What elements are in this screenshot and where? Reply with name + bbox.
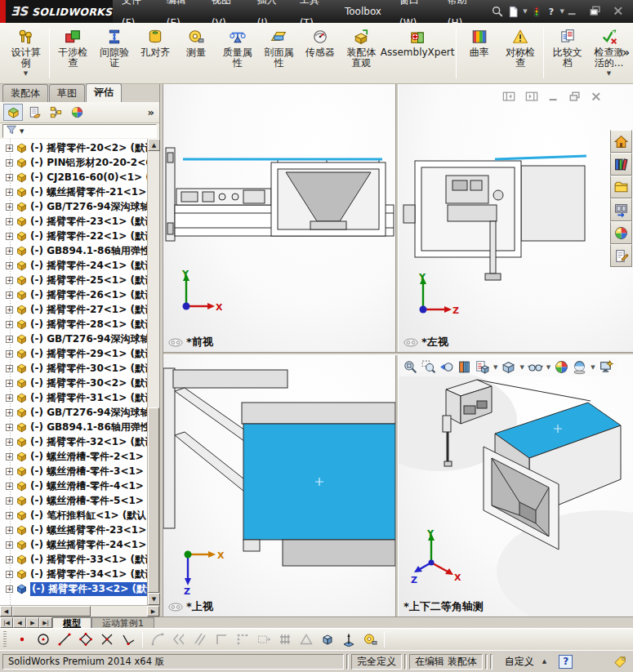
expand-icon[interactable]: +: [6, 483, 13, 490]
expand-icon[interactable]: +: [6, 247, 13, 255]
tab-草图[interactable]: 草图: [49, 84, 85, 102]
toolbar-button-assembly-visualization[interactable]: 装配体直观: [341, 24, 382, 82]
tree-vertical-scrollbar[interactable]: ▲ ▼: [147, 139, 159, 605]
tab-运动算例1[interactable]: 运动算例1: [91, 617, 154, 628]
dropdown-arrow-icon[interactable]: ▼: [493, 364, 497, 371]
task-pane-design-library[interactable]: [610, 153, 632, 176]
expand-icon[interactable]: +: [6, 585, 13, 593]
status-custom-units[interactable]: 自定义 ▲: [495, 655, 556, 669]
tree-item[interactable]: +(-) GB/T276-94深沟球轴: [3, 405, 147, 420]
apply-scene-icon[interactable]: [572, 359, 587, 375]
tree-item[interactable]: +(-) 摇臂零件-32<1> (默认: [3, 434, 147, 449]
expand-icon[interactable]: +: [6, 556, 13, 563]
expand-icon[interactable]: +: [6, 218, 13, 225]
expand-icon[interactable]: +: [6, 321, 13, 328]
sketch-angle-icon[interactable]: [119, 631, 136, 648]
view-settings-icon[interactable]: [599, 359, 614, 375]
expand-icon[interactable]: +: [6, 233, 13, 240]
tree-item[interactable]: +(-) 螺丝滑槽-零件-3<1>: [3, 464, 147, 478]
viewport-isometric[interactable]: Y X Z *上下二等角轴测 ▼▼▼▼: [399, 355, 633, 616]
tree-item[interactable]: +(-) 摇臂零件-26<1> (默认: [3, 287, 147, 302]
tree-item[interactable]: +(-) 摇臂零件-27<1> (默认: [3, 302, 147, 317]
pane-left-document-button[interactable]: [501, 91, 516, 104]
toolbar-button-mass-properties[interactable]: 质量属性: [216, 24, 258, 82]
scroll-up-icon[interactable]: ▲: [148, 139, 160, 151]
task-pane-view-palette[interactable]: [610, 198, 632, 221]
tape-measure-icon[interactable]: [361, 631, 378, 648]
expand-icon[interactable]: +: [6, 438, 13, 446]
tree-item[interactable]: +(-) CJ2B16-60(0)<1> (默: [3, 170, 147, 185]
tab-nav-1[interactable]: ◀: [13, 617, 26, 628]
close-button[interactable]: [610, 5, 626, 18]
tree-horizontal-scrollbar[interactable]: ◀ ▶: [0, 605, 159, 616]
tree-item[interactable]: +(-) 摇臂零件-33<2> (默认: [3, 581, 147, 596]
toolbar-drag-handle[interactable]: [3, 631, 7, 648]
sketch-parallel-icon[interactable]: [191, 631, 208, 648]
scroll-down-icon[interactable]: ▼: [148, 593, 160, 605]
displaymanager-icon[interactable]: [67, 104, 87, 121]
tree-item[interactable]: +(-) GB894.1-86轴用弹性: [3, 243, 147, 258]
tree-item[interactable]: +(-) 摇臂零件-22<1> (默认: [3, 229, 147, 243]
expand-icon[interactable]: +: [6, 336, 13, 343]
sketch-point-icon[interactable]: [13, 631, 30, 648]
minimize-document-button[interactable]: [547, 91, 560, 104]
expand-icon[interactable]: +: [6, 409, 13, 416]
expand-icon[interactable]: +: [6, 571, 13, 578]
tree-item[interactable]: +(-) 摇臂零件-34<1> (默认: [3, 567, 147, 581]
tree-item[interactable]: +(-) 螺丝摇臂零件-23<1>: [3, 523, 147, 537]
tab-装配体[interactable]: 装配体: [2, 84, 48, 102]
search-icon[interactable]: [491, 5, 504, 18]
tree-item[interactable]: +(-) 摇臂零件-28<1> (默认: [3, 317, 147, 332]
task-pane-file-explorer[interactable]: [610, 176, 632, 198]
configurationmanager-icon[interactable]: [46, 104, 65, 121]
tree-item[interactable]: +(-) 摇臂零件-20<2> (默认: [3, 140, 147, 155]
expand-icon[interactable]: +: [6, 291, 13, 299]
sketch-circle-icon[interactable]: [34, 631, 51, 648]
sketch-stretch-icon[interactable]: [255, 631, 272, 648]
scroll-left-icon[interactable]: ◀: [0, 606, 12, 616]
tree-item[interactable]: +(-) 笔杆推料缸<1> (默认: [3, 508, 147, 523]
tree-item[interactable]: +(-) 摇臂零件-24<1> (默认: [3, 258, 147, 273]
tab-评估[interactable]: 评估: [86, 83, 122, 102]
expand-icon[interactable]: +: [6, 365, 13, 372]
tree-item[interactable]: +(-) 螺丝滑槽-零件-5<1>: [3, 493, 147, 508]
tree-item[interactable]: +(-) GB/T276-94深沟球轴: [3, 332, 147, 346]
expand-icon[interactable]: +: [6, 497, 13, 505]
dropdown-arrow-icon[interactable]: ▼: [546, 364, 551, 371]
toolbar-button-assemblyxpert[interactable]: AssemblyXpert: [382, 24, 453, 82]
cube-icon[interactable]: [319, 631, 336, 648]
expand-icon[interactable]: +: [6, 541, 13, 549]
new-document-icon[interactable]: [507, 6, 519, 18]
expand-icon[interactable]: +: [6, 145, 13, 152]
sketch-arc-icon[interactable]: [149, 631, 166, 648]
edit-appearance-icon[interactable]: [554, 359, 569, 375]
tree-item[interactable]: +(-) 螺丝摇臂零件-24<1>: [3, 537, 147, 552]
sketch-triangle-icon[interactable]: [297, 631, 314, 648]
status-light-icon[interactable]: [531, 5, 542, 18]
expand-icon[interactable]: +: [6, 527, 13, 534]
expand-icon[interactable]: +: [6, 306, 13, 314]
expand-icon[interactable]: +: [6, 262, 13, 269]
help-icon[interactable]: ?: [546, 5, 557, 18]
tree-item[interactable]: +(-) 摇臂零件-31<1> (默认: [3, 390, 147, 405]
restore-document-button[interactable]: [568, 91, 582, 104]
sketch-polygon-icon[interactable]: [77, 631, 94, 648]
sketch-line-icon[interactable]: [56, 631, 73, 648]
expand-icon[interactable]: +: [6, 468, 13, 475]
pane-right-document-button[interactable]: [524, 91, 539, 104]
tree-item[interactable]: +(-) 摇臂零件-29<1> (默认: [3, 346, 147, 361]
tab-nav-3[interactable]: ▶|: [39, 617, 52, 628]
coordinate-icon[interactable]: [340, 631, 357, 648]
minimize-button[interactable]: [564, 5, 581, 18]
restore-button[interactable]: [587, 5, 604, 18]
dropdown-arrow-icon[interactable]: ▼: [591, 364, 595, 371]
hide-show-items-icon[interactable]: [528, 359, 543, 375]
tree-item[interactable]: +(-) 螺丝摇臂零件-21<1>: [3, 185, 147, 199]
menu-item-5[interactable]: Toolbox: [336, 0, 390, 23]
view-orientation-icon[interactable]: [475, 359, 490, 375]
expand-icon[interactable]: +: [6, 277, 13, 284]
expand-icon[interactable]: +: [6, 203, 13, 211]
viewport-front[interactable]: Y X *前视: [163, 84, 395, 352]
tab-nav-0[interactable]: |◀: [0, 617, 13, 628]
featuremanager-overflow-chevron[interactable]: »: [148, 106, 156, 118]
